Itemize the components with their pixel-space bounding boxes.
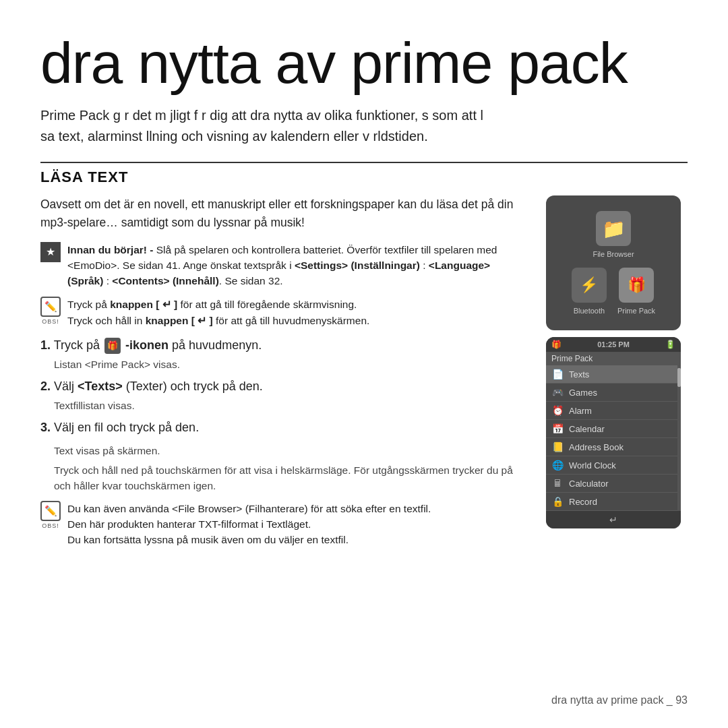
record-label: Record [569, 497, 597, 507]
games-icon: 🎮 [551, 387, 564, 398]
device-status-bar: 🎁 01:25 PM 🔋 [546, 337, 681, 352]
step-3-note-1: Text visas på skärmen. [40, 443, 526, 458]
section-header: LÄSA TEXT [40, 162, 688, 186]
section-title: LÄSA TEXT [40, 169, 128, 185]
note-star: ★ Innan du börjar! - Slå på spelaren och… [40, 242, 526, 289]
address-book-label: Address Book [569, 442, 624, 452]
menu-item-texts[interactable]: 📄 Texts [546, 365, 681, 384]
alarm-label: Alarm [569, 406, 592, 416]
step-2-text: 2. Välj <Texts> (Texter) och tryck på de… [40, 377, 526, 396]
footer: dra nytta av prime pack _ 93 [551, 694, 688, 706]
note-star-text: Innan du börjar! - Slå på spelaren och k… [67, 242, 526, 289]
step-3-text: 3. Välj en fil och tryck på den. [40, 419, 526, 437]
obs-icon-2: ✏️ OBS! [40, 501, 61, 529]
step-1-sub: Listan <Prime Pack> visas. [40, 357, 526, 372]
menu-item-alarm[interactable]: ⏰ Alarm [546, 402, 681, 420]
menu-item-record[interactable]: 🔒 Record [546, 493, 681, 511]
file-browser-label: File Browser [593, 250, 634, 258]
device-bottom-row: ⚡ Bluetooth 🎁 Prime Pack [572, 268, 655, 315]
device-prime-pack: 🎁 Prime Pack [617, 268, 655, 315]
main-title: dra nytta av prime pack [40, 32, 688, 93]
prime-pack-device-icon: 🎁 [619, 268, 654, 303]
world-clock-icon: 🌐 [551, 460, 564, 471]
device-top: 📁 File Browser ⚡ Bluetooth 🎁 Prime Pack [546, 195, 681, 330]
battery-icon: 🔋 [665, 340, 675, 349]
note-obs-1-text: Tryck på knappen [ ↵ ] för att gå till f… [67, 297, 369, 328]
menu-item-world-clock[interactable]: 🌐 World Clock [546, 456, 681, 475]
section-description: Oavsett om det är en novell, ett manuskr… [40, 195, 526, 232]
world-clock-label: World Clock [569, 460, 616, 471]
menu-item-calculator[interactable]: 🖩 Calculator [546, 475, 681, 493]
file-browser-icon: 📁 [596, 211, 631, 246]
calendar-icon: 📅 [551, 423, 564, 434]
device-bottom-menu: 🎁 01:25 PM 🔋 Prime Pack 📄 Texts 🎮 Games [546, 337, 681, 528]
games-label: Games [569, 388, 597, 398]
device-menu-title: Prime Pack [546, 352, 681, 365]
device-bluetooth: ⚡ Bluetooth [572, 268, 607, 315]
note-obs-2-text: Du kan även använda <File Browser> (Filh… [67, 501, 431, 548]
right-content: 📁 File Browser ⚡ Bluetooth 🎁 Prime Pack [546, 195, 688, 555]
bluetooth-icon: ⚡ [572, 268, 607, 303]
prime-pack-label: Prime Pack [617, 307, 655, 315]
device-file-browser: 📁 File Browser [593, 211, 634, 258]
intro-text: Prime Pack g r det m jligt f r dig att d… [40, 105, 499, 147]
bluetooth-label: Bluetooth [574, 307, 605, 315]
star-icon: ★ [40, 242, 61, 262]
scrollbar-thumb [677, 368, 681, 387]
prime-pack-icon: 🎁 [104, 338, 121, 354]
scrollbar-track [677, 365, 681, 511]
step-1: 1. Tryck på 🎁 -ikonen på huvudmenyn. Lis… [40, 336, 526, 372]
step-2: 2. Välj <Texts> (Texter) och tryck på de… [40, 377, 526, 413]
note-obs-1: ✏️ OBS! Tryck på knappen [ ↵ ] för att g… [40, 297, 526, 328]
note-obs-2: ✏️ OBS! Du kan även använda <File Browse… [40, 501, 526, 548]
step-1-text: 1. Tryck på 🎁 -ikonen på huvudmenyn. [40, 336, 526, 355]
page: dra nytta av prime pack Prime Pack g r d… [0, 0, 728, 728]
calculator-label: Calculator [569, 479, 609, 489]
calendar-label: Calendar [569, 424, 605, 434]
menu-item-calendar[interactable]: 📅 Calendar [546, 420, 681, 438]
device-back-bar[interactable]: ↵ [546, 511, 681, 528]
menu-item-games[interactable]: 🎮 Games [546, 384, 681, 402]
address-book-icon: 📒 [551, 442, 564, 452]
prime-pack-status-icon: 🎁 [551, 340, 562, 349]
step-3-note-2: Tryck och håll ned på touchskärmen för a… [40, 462, 526, 494]
content-area: Oavsett om det är en novell, ett manuskr… [40, 195, 688, 555]
step-2-sub: Textfillistan visas. [40, 398, 526, 413]
left-content: Oavsett om det är en novell, ett manuskr… [40, 195, 526, 555]
alarm-icon: ⏰ [551, 405, 564, 416]
texts-icon: 📄 [551, 369, 564, 380]
texts-label: Texts [569, 369, 589, 380]
obs-icon-1: ✏️ OBS! [40, 297, 61, 325]
step-3: 3. Välj en fil och tryck på den. [40, 419, 526, 437]
menu-item-address-book[interactable]: 📒 Address Book [546, 438, 681, 456]
calculator-icon: 🖩 [551, 478, 564, 489]
device-time: 01:25 PM [597, 340, 630, 348]
record-icon: 🔒 [551, 496, 564, 507]
